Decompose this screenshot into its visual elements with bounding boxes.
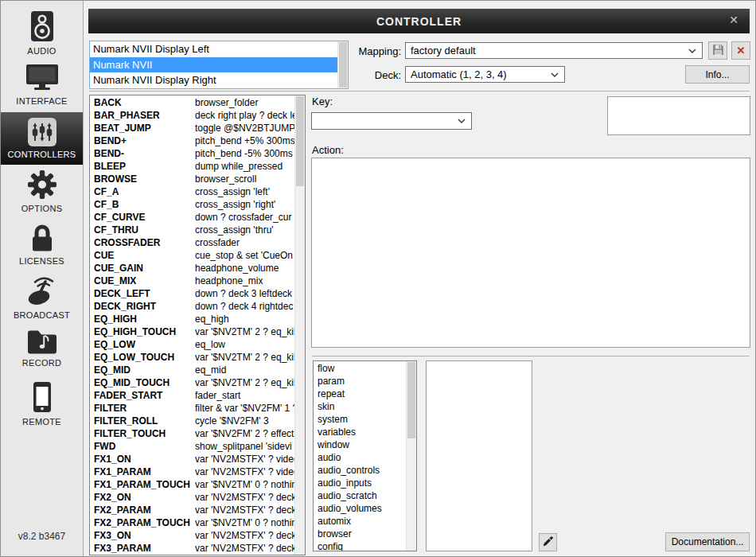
key-mapping-row[interactable]: FX2_PARAM var 'NV2MSTFX' ? deck bbox=[90, 504, 294, 516]
action-category-row[interactable]: config bbox=[314, 540, 406, 551]
close-icon[interactable]: ✕ bbox=[729, 14, 739, 26]
key-mapping-row[interactable]: CF_B cross_assign 'right' bbox=[90, 198, 294, 211]
key-mapping-row[interactable]: BROWSE browser_scroll bbox=[90, 173, 294, 185]
key-action: pitch_bend -5% 300ms bbox=[195, 147, 294, 160]
key-name: BLEEP bbox=[90, 160, 195, 173]
key-mapping-row[interactable]: FX2_ON var 'NV2MSTFX' ? deck bbox=[90, 491, 294, 504]
key-list-scrollbar[interactable] bbox=[294, 95, 305, 555]
key-name: CUE_GAIN bbox=[90, 262, 195, 275]
sidebar-item-audio[interactable]: AUDIO bbox=[1, 10, 83, 56]
mapping-select[interactable]: factory default bbox=[405, 42, 703, 59]
key-mapping-row[interactable]: EQ_HIGH eq_high bbox=[90, 313, 294, 325]
key-mapping-row[interactable]: CF_THRU cross_assign 'thru' bbox=[90, 224, 294, 236]
key-mapping-row[interactable]: BACK browser_folder bbox=[90, 96, 294, 109]
sidebar-item-label: AUDIO bbox=[27, 46, 56, 56]
key-mapping-row[interactable]: FX1_ON var 'NV2MSTFX' ? video bbox=[90, 453, 294, 465]
action-category-row[interactable]: flow bbox=[314, 362, 406, 375]
mapping-value: factory default bbox=[411, 45, 476, 56]
key-mapping-row[interactable]: DECK_RIGHT down ? deck 4 rightdec bbox=[90, 300, 294, 313]
key-name: EQ_HIGH bbox=[90, 313, 195, 325]
key-mapping-row[interactable]: FILTER filter & var '$NV2FM' 1 ? bbox=[90, 402, 294, 415]
key-mapping-row[interactable]: BLEEP dump while_pressed bbox=[90, 160, 294, 173]
key-action: eq_high bbox=[195, 313, 294, 325]
key-mapping-row[interactable]: FX1_PARAM_TOUCH var '$NV2TM' 0 ? nothin bbox=[90, 478, 294, 491]
documentation-button[interactable]: Documentation... bbox=[665, 532, 750, 551]
key-mapping-rows: BACK browser_folder BAR_PHASER deck righ… bbox=[90, 96, 294, 555]
device-row[interactable]: Numark NVII bbox=[90, 57, 337, 73]
key-name: FX2_PARAM_TOUCH bbox=[90, 516, 195, 529]
key-mapping-row[interactable]: FILTER_ROLL cycle '$NV2FM' 3 bbox=[90, 415, 294, 427]
pick-action-button[interactable] bbox=[539, 533, 557, 551]
key-mapping-row[interactable]: EQ_MID_TOUCH var '$NV2TM' 2 ? eq_kil bbox=[90, 376, 294, 389]
chevron-down-icon bbox=[458, 119, 466, 123]
sidebar-item-broadcast[interactable]: BROADCAST bbox=[1, 275, 83, 320]
key-mapping-list[interactable]: BACK browser_folder BAR_PHASER deck righ… bbox=[89, 95, 306, 555]
key-mapping-row[interactable]: CUE_GAIN headphone_volume bbox=[90, 262, 294, 275]
action-category-row[interactable]: repeat bbox=[314, 388, 406, 400]
info-button[interactable]: Info... bbox=[685, 65, 750, 84]
action-category-row[interactable]: param bbox=[314, 375, 406, 388]
key-mapping-row[interactable]: CUE cue_stop & set 'CueOn bbox=[90, 249, 294, 262]
scrollbar-thumb[interactable] bbox=[296, 96, 304, 186]
save-mapping-button[interactable] bbox=[708, 41, 727, 60]
key-mapping-row[interactable]: CF_A cross_assign 'left' bbox=[90, 185, 294, 198]
sidebar-item-options[interactable]: OPTIONS bbox=[1, 169, 83, 213]
action-item-list[interactable] bbox=[426, 360, 532, 551]
key-mapping-row[interactable]: CUE_MIX headphone_mix bbox=[90, 275, 294, 287]
key-mapping-row[interactable]: FX3_PARAM var 'NV2MSTFX' ? deck bbox=[90, 542, 294, 555]
key-action: cycle '$NV2FM' 3 bbox=[195, 415, 294, 427]
broadcast-icon bbox=[25, 275, 59, 306]
sidebar-item-remote[interactable]: REMOTE bbox=[1, 381, 83, 427]
action-category-row[interactable]: browser bbox=[314, 528, 406, 540]
key-action: var '$NV2TM' 2 ? eq_kil bbox=[195, 351, 294, 364]
sidebar-item-licenses[interactable]: LICENSES bbox=[1, 224, 83, 266]
action-editor[interactable] bbox=[311, 158, 750, 348]
key-mapping-row[interactable]: FWD show_splitpanel 'sidevi bbox=[90, 440, 294, 453]
device-list[interactable]: Numark NVII Display Left Numark NVII Num… bbox=[89, 41, 349, 89]
action-category-row[interactable]: audio_controls bbox=[314, 464, 406, 477]
key-name: FX2_ON bbox=[90, 491, 195, 504]
action-category-row[interactable]: skin bbox=[314, 400, 406, 413]
action-category-row[interactable]: audio bbox=[314, 451, 406, 464]
device-list-scrollbar[interactable] bbox=[337, 41, 348, 88]
action-category-row[interactable]: automix bbox=[314, 515, 406, 528]
sidebar-item-interface[interactable]: INTERFACE bbox=[1, 64, 83, 106]
deck-select[interactable]: Automatic (1, 2, 3, 4) bbox=[405, 66, 565, 83]
action-category-row[interactable]: variables bbox=[314, 426, 406, 438]
key-mapping-row[interactable]: BEND+ pitch_bend +5% 300ms bbox=[90, 134, 294, 147]
key-mapping-row[interactable]: EQ_LOW_TOUCH var '$NV2TM' 2 ? eq_kil bbox=[90, 351, 294, 364]
action-category-row[interactable]: audio_scratch bbox=[314, 489, 406, 502]
key-mapping-row[interactable]: EQ_LOW eq_low bbox=[90, 338, 294, 351]
action-category-row[interactable]: system bbox=[314, 413, 406, 426]
key-mapping-row[interactable]: EQ_HIGH_TOUCH var '$NV2TM' 2 ? eq_kil bbox=[90, 325, 294, 338]
key-action: var 'NV2MSTFX' ? deck bbox=[195, 529, 294, 542]
key-mapping-row[interactable]: FADER_START fader_start bbox=[90, 389, 294, 402]
key-mapping-row[interactable]: FX3_ON var 'NV2MSTFX' ? deck bbox=[90, 529, 294, 542]
key-mapping-row[interactable]: FX1_PARAM var 'NV2MSTFX' ? video bbox=[90, 465, 294, 478]
category-list-scrollbar[interactable] bbox=[406, 361, 416, 551]
chevron-down-icon bbox=[551, 72, 559, 77]
key-name: FADER_START bbox=[90, 389, 195, 402]
key-mapping-row[interactable]: EQ_MID eq_mid bbox=[90, 364, 294, 376]
key-mapping-row[interactable]: FX2_PARAM_TOUCH var '$NV2TM' 0 ? nothin bbox=[90, 516, 294, 529]
key-mapping-row[interactable]: BEAT_JUMP toggle @$NV2BTJUMP bbox=[90, 122, 294, 134]
key-mapping-row[interactable]: CROSSFADER crossfader bbox=[90, 236, 294, 249]
key-mapping-row[interactable]: BAR_PHASER deck right play ? deck le bbox=[90, 109, 294, 122]
key-name: CUE_MIX bbox=[90, 275, 195, 287]
key-mapping-row[interactable]: DECK_LEFT down ? deck 3 leftdeck bbox=[90, 287, 294, 300]
sidebar-item-controllers[interactable]: CONTROLLERS bbox=[1, 112, 83, 165]
sidebar-item-record[interactable]: RECORD bbox=[1, 329, 83, 368]
device-row[interactable]: Numark NVII Display Right bbox=[90, 72, 337, 88]
action-category-row[interactable]: audio_inputs bbox=[314, 477, 406, 489]
scrollbar-thumb[interactable] bbox=[407, 362, 415, 438]
scrollbar-thumb[interactable] bbox=[339, 42, 347, 88]
key-select[interactable] bbox=[311, 112, 472, 130]
device-row[interactable]: Numark NVII Display Left bbox=[90, 41, 337, 57]
delete-mapping-button[interactable]: ✕ bbox=[731, 41, 750, 60]
action-category-list[interactable]: flow param repeat skin system variables … bbox=[313, 360, 417, 551]
action-category-row[interactable]: window bbox=[314, 438, 406, 451]
action-category-row[interactable]: audio_volumes bbox=[314, 502, 406, 515]
key-mapping-row[interactable]: BEND- pitch_bend -5% 300ms bbox=[90, 147, 294, 160]
key-mapping-row[interactable]: FILTER_TOUCH var '$NV2FM' 2 ? effect bbox=[90, 427, 294, 440]
key-mapping-row[interactable]: CF_CURVE down ? crossfader_cur bbox=[90, 211, 294, 224]
